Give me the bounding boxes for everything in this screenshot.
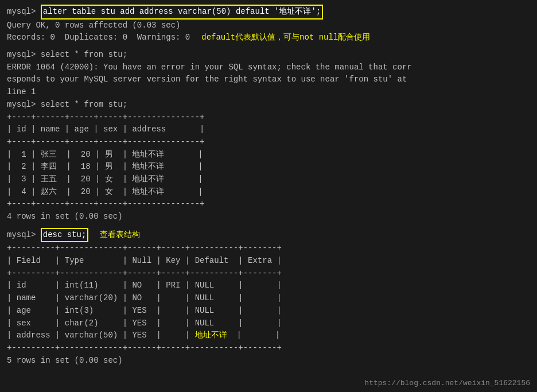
query-ok-line: Query OK, 0 rows affected (0.03 sec) <box>7 20 530 32</box>
records-text: Records: 0 Duplicates: 0 Warnings: 0 <box>7 32 190 44</box>
command-text-1: alter table stu add address varchar(50) … <box>41 5 323 20</box>
command-line-1: mysql> alter table stu add address varch… <box>7 5 530 20</box>
table-1-row-7: +----+------+-----+-----+---------------… <box>7 198 530 211</box>
prompt-1: mysql> <box>7 6 36 18</box>
rows-5-line: 5 rows in set (0.00 sec) <box>7 355 530 367</box>
table-2-row-address: | address | varchar(50) | YES | | 地址不详 |… <box>7 329 530 342</box>
table-1-row-5: | 3 | 王五 | 20 | 女 | 地址不详 | <box>7 173 530 186</box>
table-2-row-sex: | sex | char(2) | YES | | NULL | | <box>7 317 530 330</box>
query-ok-text: Query OK, 0 rows affected (0.03 sec) <box>7 20 180 32</box>
table-1-row-1: | id | name | age | sex | address | <box>7 123 530 136</box>
table-2-row-age: | age | int(3) | YES | | NULL | | <box>7 305 530 317</box>
command-desc: desc stu; <box>41 228 89 243</box>
table-2-row-id: | id | int(11) | NO | PRI | NULL | | <box>7 280 530 292</box>
prompt-fron: mysql> <box>7 49 41 61</box>
command-line-fron: mysql> select * fron stu; <box>7 49 530 61</box>
table-1-row-0: +----+------+-----+-----+---------------… <box>7 111 530 124</box>
command-line-desc: mysql> desc stu;查看表结构 <box>7 228 530 243</box>
table-2-header: | Field | Type | Null | Key | Default | … <box>7 255 530 267</box>
table-2-row-end: +---------+-------------+------+-----+--… <box>7 342 530 355</box>
records-line: Records: 0 Duplicates: 0 Warnings: 0 def… <box>7 32 530 44</box>
table-2-row-2: +---------+-------------+------+-----+--… <box>7 267 530 280</box>
table-1-row-6: | 4 | 赵六 | 20 | 女 | 地址不详 | <box>7 186 530 199</box>
rows-4-text: 4 rows in set (0.00 sec) <box>7 211 123 223</box>
watermark: https://blog.csdn.net/weixin_51622156 <box>364 379 530 387</box>
error-line: ERROR 1064 (42000): You have an error in… <box>7 61 530 99</box>
table-2: +---------+-------------+------+-----+--… <box>7 242 530 354</box>
table-1-row-4: | 2 | 李四 | 18 | 男 | 地址不详 | <box>7 161 530 173</box>
table-2-row-0: +---------+-------------+------+-----+--… <box>7 242 530 255</box>
table-1: +----+------+-----+-----+---------------… <box>7 111 530 211</box>
command-line-from: mysql> select * from stu; <box>7 99 530 111</box>
rows-4-line: 4 rows in set (0.00 sec) <box>7 211 530 223</box>
rows-5-text: 5 rows in set (0.00 sec) <box>7 355 123 367</box>
command-fron: select * fron stu; <box>41 49 127 61</box>
command-from: select * from stu; <box>41 99 127 111</box>
table-1-row-3: | 1 | 张三 | 20 | 男 | 地址不详 | <box>7 149 530 161</box>
annotation-default: default代表默认值，可与not null配合使用 <box>201 32 370 44</box>
blank-1 <box>7 44 530 49</box>
table-1-row-2: +----+------+-----+-----+---------------… <box>7 136 530 149</box>
prompt-desc: mysql> <box>7 229 41 242</box>
annotation-desc: 查看表结构 <box>100 229 140 242</box>
prompt-from: mysql> <box>7 99 41 111</box>
blank-2 <box>7 223 530 228</box>
terminal: mysql> alter table stu add address varch… <box>7 5 530 367</box>
default-val-address: 地址不详 <box>195 331 227 340</box>
table-2-row-name: | name | varchar(20) | NO | | NULL | | <box>7 292 530 305</box>
